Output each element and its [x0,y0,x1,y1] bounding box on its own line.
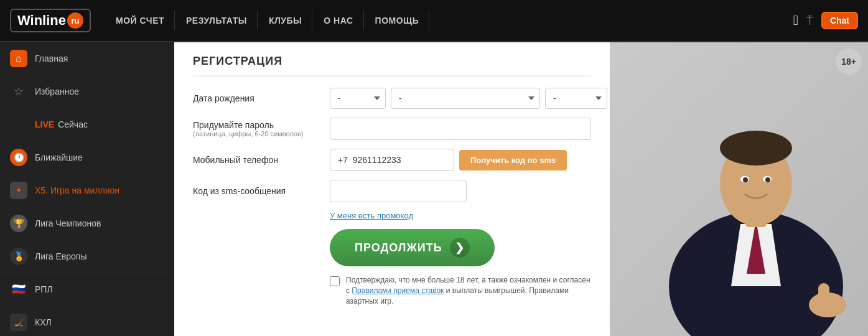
phone-label: Мобильный телефон [193,155,330,165]
svg-point-5 [720,131,792,166]
sidebar-label-rpl: РПЛ [35,284,53,294]
dob-controls: - - - [330,88,607,109]
sidebar: ⌂ Главная ☆ Избранное LIVE Сейчас 🕐 Ближ… [0,42,174,336]
sidebar-label-europa: Лига Европы [35,251,86,261]
sidebar-label-live: Сейчас [58,119,88,129]
sms-label: Код из sms-сообщения [193,186,330,196]
live-prefix: LIVE [35,119,54,129]
sidebar-label-khl: КХЛ [35,317,52,327]
live-icon [10,116,27,133]
android-icon[interactable]: ⍑ [806,12,814,29]
dob-row: Дата рождения - - - [193,88,591,109]
star-icon: ☆ [10,83,27,100]
dob-year-select[interactable]: - [545,88,607,109]
password-input[interactable] [330,118,591,140]
nav-about[interactable]: О НАС [314,11,363,30]
header-right:  ⍑ Chat [793,12,858,29]
sidebar-item-live[interactable]: LIVE Сейчас [0,108,174,141]
nav-help[interactable]: ПОМОЩЬ [365,11,430,30]
phone-controls: Получить код по sms [330,149,591,171]
continue-btn-wrap: ПРОДОЛЖИТЬ ❯ [330,229,591,266]
sidebar-item-nearest[interactable]: 🕐 Ближайшие [0,141,174,174]
main-nav: МОЙ СЧЕТ РЕЗУЛЬТАТЫ КЛУБЫ О НАС ПОМОЩЬ [106,11,793,30]
sidebar-item-europa[interactable]: 🏅 Лига Европы [0,240,174,273]
sidebar-item-rpl[interactable]: 🇷🇺 РПЛ [0,273,174,306]
europa-icon: 🏅 [10,248,27,265]
dob-label: Дата рождения [193,93,330,103]
sidebar-item-favorites[interactable]: ☆ Избранное [0,75,174,108]
nav-results[interactable]: РЕЗУЛЬТАТЫ [176,11,258,30]
password-controls [330,118,591,140]
sidebar-item-x5[interactable]: ✦ Х5. Игра на миллион [0,174,174,207]
logo-text: Winline [17,12,66,29]
svg-rect-11 [818,283,829,308]
registration-form: РЕГИСТРАЦИЯ Дата рождения - - - [174,42,610,336]
svg-point-8 [743,177,748,182]
continue-button[interactable]: ПРОДОЛЖИТЬ ❯ [330,229,495,266]
password-row: Придумайте пароль (латиница, цифры, 6-20… [193,118,591,140]
sidebar-label-champions: Лига Чемпионов [35,218,101,228]
logo-ru: ru [67,12,83,29]
nav-clubs[interactable]: КЛУБЫ [259,11,312,30]
apple-icon[interactable]:  [793,12,798,29]
trophy-icon: 🏆 [10,215,27,232]
logo[interactable]: Winline ru [10,9,91,32]
promo-link[interactable]: У меня есть промокод [330,211,591,220]
continue-label: ПРОДОЛЖИТЬ [355,241,442,254]
sidebar-label-x5: Х5. Игра на миллион [35,185,119,195]
sidebar-item-champions[interactable]: 🏆 Лига Чемпионов [0,207,174,240]
header: Winline ru МОЙ СЧЕТ РЕЗУЛЬТАТЫ КЛУБЫ О Н… [0,0,868,42]
terms-checkbox[interactable] [330,276,340,286]
sms-code-input[interactable] [330,180,467,202]
main-content: ⌂ Главная ☆ Избранное LIVE Сейчас 🕐 Ближ… [0,42,868,336]
clock-icon: 🕐 [10,149,27,166]
sidebar-label-nearest: Ближайшие [35,152,83,162]
terms-link[interactable]: Правилами приема ставок [352,286,444,295]
age-badge: 18+ [836,49,862,75]
chat-button[interactable]: Chat [821,12,858,29]
phone-row: Мобильный телефон Получить код по sms [193,149,591,171]
continue-arrow-icon: ❯ [450,238,470,258]
sidebar-label-favorites: Избранное [35,86,79,96]
dob-month-select[interactable]: - [391,88,540,109]
home-icon: ⌂ [10,50,27,67]
person-image [644,75,868,336]
sidebar-item-home[interactable]: ⌂ Главная [0,42,174,75]
sms-button[interactable]: Получить код по sms [459,150,567,170]
sms-row: Код из sms-сообщения [193,180,591,202]
password-label: Придумайте пароль (латиница, цифры, 6-20… [193,120,330,138]
sidebar-label-home: Главная [35,54,68,63]
x5-icon: ✦ [10,182,27,199]
svg-point-9 [765,177,770,182]
password-sublabel: (латиница, цифры, 6-20 символов) [193,130,330,138]
dob-day-select[interactable]: - [330,88,386,109]
phone-input[interactable] [330,149,454,171]
khl-icon: 🏒 [10,314,27,331]
nav-my-account[interactable]: МОЙ СЧЕТ [106,11,175,30]
registration-title: РЕГИСТРАЦИЯ [193,55,591,77]
content-area: 18+ РЕГИСТРАЦИЯ Дата рождения - - - [174,42,868,336]
terms-wrap: Подтверждаю, что мне больше 18 лет, а та… [330,275,591,306]
terms-text: Подтверждаю, что мне больше 18 лет, а та… [346,275,591,306]
sidebar-item-khl[interactable]: 🏒 КХЛ [0,306,174,336]
rpl-icon: 🇷🇺 [10,281,27,298]
sms-controls [330,180,591,202]
